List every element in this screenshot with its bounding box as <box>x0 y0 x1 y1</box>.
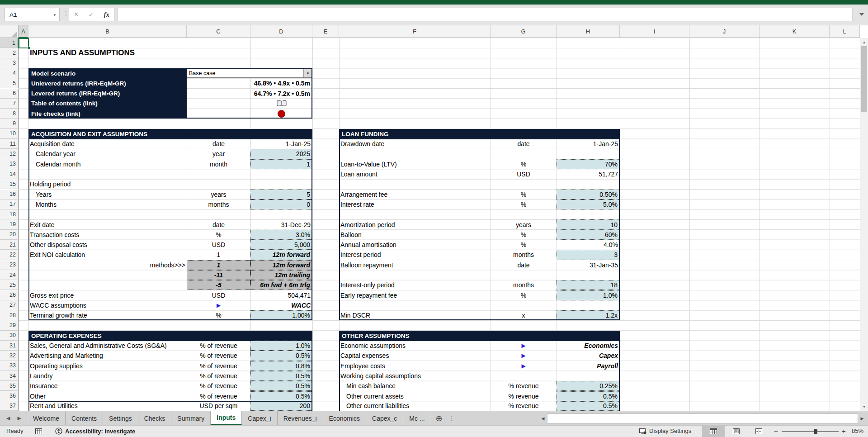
row-value[interactable]: 60% <box>557 230 620 240</box>
zoom-in-button[interactable]: + <box>842 427 846 435</box>
scenario-row-label: File checks (link) <box>28 109 187 119</box>
horizontal-scroll-track[interactable] <box>547 413 858 423</box>
tab-nav-right-icon[interactable]: ▶ <box>17 415 21 421</box>
row-value: 6m fwd + 6m trlg <box>250 280 312 290</box>
scenario-row-label: Unlevered returns (IRR•EqM•GR) <box>28 78 187 88</box>
scenario-dropdown[interactable]: Base case▼ <box>187 69 312 78</box>
display-settings-icon <box>639 428 646 434</box>
tab-welcome[interactable]: Welcome <box>27 411 66 425</box>
row-unit: -11 <box>187 270 250 280</box>
zoom-slider[interactable] <box>782 431 839 432</box>
row-value[interactable]: 0.5% <box>250 371 312 381</box>
tab-nav-left-icon[interactable]: ◀ <box>6 415 10 421</box>
row-label: Balloon <box>339 230 491 240</box>
tab-inputs[interactable]: Inputs <box>211 411 242 425</box>
tab-summary[interactable]: Summary <box>171 411 211 425</box>
row-value[interactable]: 1.0% <box>250 341 312 351</box>
row-value[interactable]: 5.0% <box>557 200 620 209</box>
tab-contents[interactable]: Contents <box>66 411 103 425</box>
scroll-down-icon[interactable]: ▼ <box>860 403 868 410</box>
row-value[interactable]: 0.5% <box>250 391 312 401</box>
tab-economics[interactable]: Economics <box>323 411 366 425</box>
row-value[interactable]: 0.50% <box>557 190 620 200</box>
row-unit: % <box>491 159 557 169</box>
row-unit: USD <box>187 290 250 300</box>
row-value[interactable]: 3 <box>557 250 620 260</box>
row-value[interactable]: 1.2x <box>557 310 620 320</box>
row-value[interactable]: 0.5% <box>250 351 312 361</box>
tab-revenues-i[interactable]: Revenues_i <box>278 411 323 425</box>
row-unit: % <box>187 230 250 240</box>
normal-view-button[interactable] <box>702 426 725 437</box>
row-value[interactable]: 18 <box>557 280 620 290</box>
row-label: Holding period <box>28 179 187 189</box>
page-break-preview-button[interactable] <box>747 426 770 437</box>
row-value[interactable]: 10 <box>557 219 620 229</box>
row-value[interactable]: 0.5% <box>250 381 312 391</box>
row-value[interactable]: 2025 <box>250 149 312 159</box>
new-sheet-button[interactable]: ⊕ <box>431 411 447 425</box>
row-unit: years <box>491 219 557 229</box>
row-value[interactable]: 5 <box>250 190 312 200</box>
row-unit: % revenue <box>491 381 557 391</box>
row-unit: x <box>491 310 557 320</box>
page-break-preview-icon <box>755 428 762 434</box>
row-label: Employee costs <box>339 361 491 371</box>
page-layout-view-button[interactable] <box>725 426 747 437</box>
row-value[interactable]: 0.5% <box>557 391 620 401</box>
row-unit: % revenue <box>491 391 557 401</box>
horizontal-scrollbar[interactable]: ◀ ▶ <box>539 413 866 423</box>
tab-mc[interactable]: Mc ... <box>403 411 431 425</box>
red-circle-icon[interactable] <box>250 109 312 119</box>
zoom-slider-thumb[interactable] <box>814 429 817 434</box>
row-value[interactable]: 1 <box>250 159 312 169</box>
detail-link-arrow-icon[interactable]: ▶ <box>491 341 557 351</box>
zoom-out-button[interactable]: − <box>774 427 778 435</box>
row-value[interactable]: 0.8% <box>250 361 312 371</box>
scroll-left-icon[interactable]: ◀ <box>539 413 547 423</box>
scroll-up-icon[interactable]: ▲ <box>860 38 868 46</box>
row-value[interactable]: 70% <box>557 159 620 169</box>
accessibility-status[interactable]: Accessibility: Investigate <box>55 428 135 435</box>
tab-bar-separator-icon: ⋮ <box>447 411 457 425</box>
row-value[interactable]: 0.5% <box>557 401 620 411</box>
detail-link-arrow-icon[interactable]: ▶ <box>491 351 557 361</box>
row-value[interactable]: 1.0% <box>557 290 620 300</box>
fill-handle[interactable] <box>27 47 30 50</box>
detail-link-arrow-icon[interactable]: ▶ <box>187 300 250 310</box>
row-value[interactable]: 3.0% <box>250 230 312 240</box>
row-label: Annual amortisation <box>339 240 491 250</box>
scroll-right-icon[interactable]: ▶ <box>858 413 866 423</box>
display-settings-button[interactable]: Display Settings <box>639 428 691 434</box>
accessibility-icon <box>55 428 62 435</box>
tab-capex-c[interactable]: Capex_c <box>366 411 403 425</box>
row-label: Drawdown date <box>339 139 491 149</box>
status-ready-label: Ready <box>6 428 24 434</box>
row-value[interactable]: 5,000 <box>250 240 312 250</box>
zoom-level[interactable]: 85% <box>852 428 863 434</box>
vertical-scroll-thumb[interactable] <box>861 46 867 112</box>
row-value[interactable]: 0.25% <box>557 381 620 391</box>
row-unit: % of revenue <box>187 341 250 351</box>
section-header: ACQUISITION AND EXIT ASSUMPTIONS <box>28 129 312 139</box>
row-unit: date <box>187 219 250 229</box>
row-value: 12m trailing <box>250 270 312 280</box>
row-unit: 1 <box>187 260 250 270</box>
scenario-returns-value: 46.8% • 4.9x • 0.5m <box>187 78 310 88</box>
tab-capex-i[interactable]: Capex_i <box>242 411 277 425</box>
row-unit: % <box>187 310 250 320</box>
row-value[interactable]: 12m forward <box>250 250 312 260</box>
vertical-scrollbar[interactable]: ▲ ▼ <box>860 38 868 411</box>
detail-link-arrow-icon[interactable]: ▶ <box>491 361 557 371</box>
row-label: Terminal growth rate <box>28 310 187 320</box>
dropdown-arrow-icon[interactable]: ▼ <box>303 69 312 77</box>
section-divider <box>28 401 312 402</box>
book-icon[interactable] <box>250 99 312 109</box>
tab-checks[interactable]: Checks <box>138 411 172 425</box>
row-value[interactable]: 200 <box>250 401 312 411</box>
row-value[interactable]: 1.00% <box>250 310 312 320</box>
row-value[interactable]: 0 <box>250 200 312 209</box>
tab-navigation: ◀ ▶ <box>0 411 27 425</box>
tab-settings[interactable]: Settings <box>103 411 138 425</box>
record-macro-icon[interactable] <box>35 428 42 434</box>
